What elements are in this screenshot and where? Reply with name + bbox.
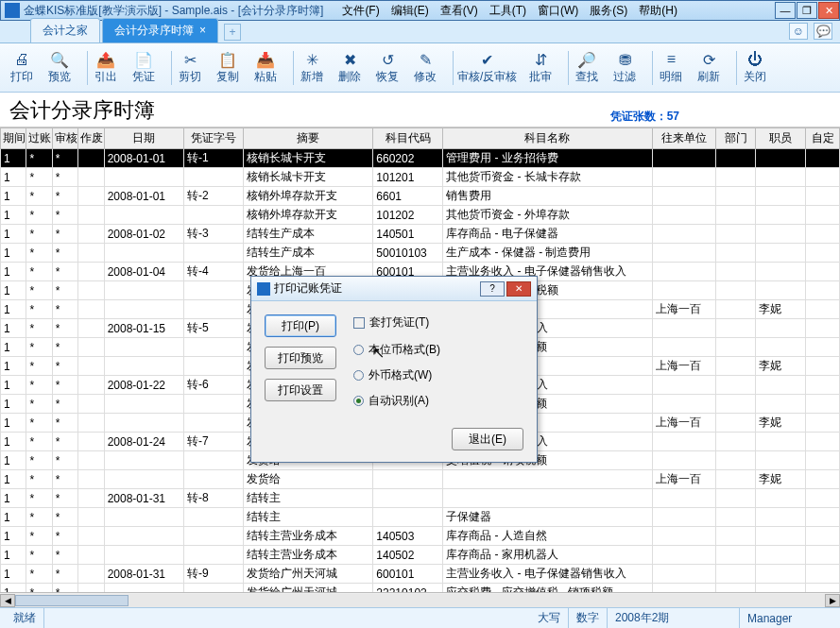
- separator: [293, 51, 294, 85]
- menu-item[interactable]: 查看(V): [435, 1, 484, 21]
- table-row[interactable]: 1**2008-01-31转-9发货给广州天河城600101主营业务收入 - 电…: [1, 565, 840, 584]
- exit-button[interactable]: 退出(E): [452, 428, 523, 450]
- toolbar-预览[interactable]: 🔍预览: [45, 50, 74, 85]
- menu-item[interactable]: 帮助(H): [633, 1, 683, 21]
- horizontal-scrollbar[interactable]: ◀ ▶: [0, 592, 840, 607]
- print-voucher-dialog: 打印记账凭证 ? ✕ 打印(P) 打印预览 打印设置 套打凭证(T) 本位币格式…: [250, 276, 538, 463]
- table-row[interactable]: 1**核销外埠存款开支101202其他货币资金 - 外埠存款: [1, 206, 840, 225]
- toolbar-剪切[interactable]: ✂剪切: [176, 50, 204, 85]
- col-2[interactable]: 审核: [52, 128, 77, 149]
- toolbar-label: 查找: [575, 69, 598, 85]
- 刷新-icon: ⟳: [699, 50, 718, 69]
- dialog-help-button[interactable]: ?: [480, 281, 505, 297]
- checkbox-icon: [353, 317, 365, 329]
- 粘贴-icon: 📥: [256, 50, 275, 69]
- print-preview-button[interactable]: 打印预览: [265, 347, 336, 369]
- toolbar-明细[interactable]: ≡明细: [657, 50, 685, 85]
- toolbar-label: 剪切: [179, 69, 201, 85]
- scroll-left-button[interactable]: ◀: [0, 594, 15, 607]
- dialog-icon: [257, 282, 270, 296]
- toolbar: 🖨打印🔍预览📤引出📄凭证✂剪切📋复制📥粘贴✳新增✖删除↺恢复✎修改✔审核/反审核…: [0, 43, 840, 93]
- toolbar-引出[interactable]: 📤引出: [92, 50, 120, 85]
- 修改-icon: ✎: [416, 50, 435, 69]
- col-5[interactable]: 凭证字号: [183, 128, 243, 149]
- auto-detect-radio[interactable]: 自动识别(A): [353, 393, 523, 409]
- toolbar-打印[interactable]: 🖨打印: [8, 50, 36, 85]
- col-0[interactable]: 期间: [1, 128, 26, 149]
- tab-home[interactable]: 会计之家: [30, 18, 100, 42]
- chat-icon[interactable]: 💬: [814, 23, 832, 40]
- table-row[interactable]: 1**结转主子保健器: [1, 508, 840, 527]
- table-row[interactable]: 1**结转主营业务成本140502库存商品 - 家用机器人: [1, 546, 840, 565]
- col-9[interactable]: 往来单位: [652, 128, 715, 149]
- toolbar-恢复[interactable]: ↺恢复: [373, 50, 402, 85]
- 明细-icon: ≡: [661, 50, 680, 69]
- status-num: 数字: [569, 608, 608, 628]
- toolbar-复制[interactable]: 📋复制: [214, 50, 242, 85]
- status-ready: 就绪: [6, 608, 44, 628]
- tab-add-button[interactable]: +: [224, 24, 241, 41]
- dialog-close-button[interactable]: ✕: [506, 281, 531, 297]
- toolbar-批审[interactable]: ⇵批审: [526, 50, 555, 85]
- toolbar-修改[interactable]: ✎修改: [411, 50, 439, 85]
- pack-print-checkbox[interactable]: 套打凭证(T): [353, 314, 523, 331]
- window-title: 金蝶KIS标准版[教学演示版] - Sample.ais - [会计分录序时簿]: [24, 3, 323, 19]
- menu-item[interactable]: 文件(F): [336, 1, 385, 21]
- col-8[interactable]: 科目名称: [443, 128, 652, 149]
- col-12[interactable]: 自定: [806, 128, 840, 149]
- toolbar-label: 粘贴: [254, 69, 277, 85]
- toolbar-删除[interactable]: ✖删除: [335, 50, 364, 85]
- table-row[interactable]: 1**2008-01-31转-8结转主: [1, 489, 840, 508]
- table-row[interactable]: 1**2008-01-01转-1核销长城卡开支660202管理费用 - 业务招待…: [1, 149, 840, 168]
- minimize-button[interactable]: —: [775, 2, 796, 19]
- toolbar-新增[interactable]: ✳新增: [298, 50, 326, 85]
- col-10[interactable]: 部门: [716, 128, 756, 149]
- 新增-icon: ✳: [302, 50, 321, 69]
- page-header: 会计分录序时簿 凭证张数：57: [0, 93, 840, 127]
- 过滤-icon: ⛃: [615, 50, 634, 69]
- table-row[interactable]: 1**核销长城卡开支101201其他货币资金 - 长城卡存款: [1, 168, 840, 187]
- print-setup-button[interactable]: 打印设置: [265, 379, 336, 401]
- menu-item[interactable]: 服务(S): [584, 1, 633, 21]
- toolbar-审核/反审核[interactable]: ✔审核/反审核: [457, 50, 517, 85]
- table-row[interactable]: 1**发货给上海一百李妮: [1, 470, 840, 489]
- scroll-thumb[interactable]: [15, 595, 129, 606]
- separator: [568, 51, 569, 85]
- menu-item[interactable]: 工具(T): [484, 1, 532, 21]
- window-buttons: — ❐ ✕: [774, 2, 839, 19]
- table-row[interactable]: 1**2008-01-02转-3结转生产成本140501库存商品 - 电子保健器: [1, 225, 840, 244]
- foreign-currency-radio[interactable]: 外币格式(W): [353, 367, 523, 383]
- menu-item[interactable]: 窗口(W): [532, 1, 584, 21]
- toolbar-过滤[interactable]: ⛃过滤: [610, 50, 639, 85]
- toolbar-label: 删除: [338, 69, 361, 85]
- menu-item[interactable]: 编辑(E): [386, 1, 435, 21]
- tab-close-icon[interactable]: ×: [199, 24, 206, 37]
- table-row[interactable]: 1**2008-01-01转-2核销外埠存款开支6601销售费用: [1, 187, 840, 206]
- table-row[interactable]: 1**结转生产成本50010103生产成本 - 保健器 - 制造费用: [1, 244, 840, 263]
- col-11[interactable]: 职员: [756, 128, 806, 149]
- radio-icon: [353, 345, 364, 355]
- print-button[interactable]: 打印(P): [265, 314, 336, 337]
- local-currency-radio[interactable]: 本位币格式(B): [353, 342, 523, 358]
- table-row[interactable]: 1**结转主营业务成本140503库存商品 - 人造自然: [1, 527, 840, 546]
- header-row: 期间过账审核作废日期凭证字号摘要科目代码科目名称往来单位部门职员自定: [1, 128, 840, 149]
- scroll-track[interactable]: [15, 594, 825, 607]
- toolbar-关闭[interactable]: ⏻关闭: [741, 50, 769, 85]
- toolbar-刷新[interactable]: ⟳刷新: [694, 50, 723, 85]
- close-button[interactable]: ✕: [818, 2, 839, 19]
- col-7[interactable]: 科目代码: [373, 128, 443, 149]
- toolbar-凭证[interactable]: 📄凭证: [129, 50, 158, 85]
- col-6[interactable]: 摘要: [244, 128, 373, 149]
- toolbar-查找[interactable]: 🔎查找: [573, 50, 601, 85]
- dialog-titlebar[interactable]: 打印记账凭证 ? ✕: [251, 277, 537, 301]
- maximize-button[interactable]: ❐: [797, 2, 817, 19]
- smiley-icon[interactable]: ☺: [789, 23, 808, 40]
- col-4[interactable]: 日期: [104, 128, 183, 149]
- col-3[interactable]: 作废: [78, 128, 104, 149]
- tab-journal[interactable]: 会计分录序时簿×: [102, 18, 218, 42]
- scroll-right-button[interactable]: ▶: [825, 594, 840, 607]
- toolbar-粘贴[interactable]: 📥粘贴: [251, 50, 280, 85]
- radio-icon: [353, 396, 364, 406]
- dialog-title: 打印记账凭证: [274, 280, 342, 297]
- col-1[interactable]: 过账: [26, 128, 52, 149]
